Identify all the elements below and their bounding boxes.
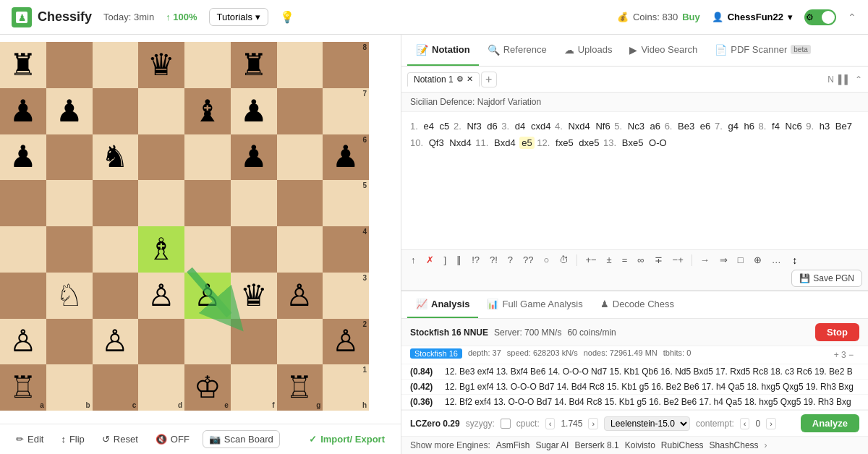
ann-blunder[interactable]: ?? <box>519 253 537 267</box>
square-c6[interactable]: ♞ <box>93 134 139 181</box>
square-g2[interactable] <box>277 319 323 365</box>
square-c2[interactable]: ♙ <box>93 319 139 365</box>
tutorials-button[interactable]: Tutorials ▾ <box>209 8 268 26</box>
square-e7[interactable]: ♝ <box>184 88 231 134</box>
move-bxd4[interactable]: Bxd4 <box>493 137 517 149</box>
square-f7[interactable]: ♟ <box>231 88 277 134</box>
move-dxe5[interactable]: dxe5 <box>577 137 600 149</box>
move-d6[interactable]: d6 <box>485 120 498 132</box>
square-f4[interactable] <box>231 226 277 273</box>
ann-clock[interactable]: ⏱ <box>556 253 572 267</box>
tab-notation[interactable]: 📝 Notation <box>407 35 479 66</box>
scan-board-button[interactable]: 📷 Scan Board <box>203 430 280 448</box>
plus-minus-control[interactable]: + 3 − <box>828 348 859 361</box>
square-a6[interactable]: ♟ <box>0 134 46 181</box>
square-d6[interactable] <box>138 134 184 181</box>
tab-full-game[interactable]: 📊 Full Game Analysis <box>478 291 591 318</box>
move-cxd4[interactable]: cxd4 <box>529 120 552 132</box>
square-f1[interactable]: f <box>231 364 277 411</box>
ann-mistake[interactable]: ? <box>504 253 516 267</box>
cpuct-decrease[interactable]: ‹ <box>545 418 556 429</box>
reset-button[interactable]: ↺ Reset <box>98 431 142 447</box>
square-b5[interactable] <box>46 180 93 226</box>
ann-interestingmove[interactable]: !? <box>468 253 483 267</box>
move-a6[interactable]: a6 <box>649 120 662 132</box>
move-be3[interactable]: Be3 <box>676 120 696 132</box>
ann-equal[interactable]: = <box>618 253 631 267</box>
move-d4[interactable]: d4 <box>514 120 527 132</box>
notation-expand-icon[interactable]: ⌃ <box>855 74 862 85</box>
save-pgn-button[interactable]: 💾 Save PGN <box>791 270 862 287</box>
ann-unclear[interactable]: ∞ <box>634 253 647 267</box>
square-h6[interactable]: ♟6 <box>323 134 369 181</box>
square-g7[interactable] <box>277 88 323 134</box>
ann-bracket[interactable]: ] <box>441 253 451 267</box>
square-a3[interactable] <box>0 273 46 319</box>
square-f2[interactable] <box>231 319 277 365</box>
ann-with[interactable]: → <box>697 253 713 267</box>
square-a8[interactable]: ♜ <box>0 42 46 88</box>
square-h2[interactable]: ♙2 <box>323 319 369 365</box>
engine-asmfish[interactable]: AsmFish <box>496 440 530 450</box>
square-a4[interactable] <box>0 226 46 273</box>
square-b8[interactable] <box>46 42 93 88</box>
theme-toggle[interactable]: ⚙ <box>804 9 836 25</box>
contempt-decrease[interactable]: ‹ <box>740 418 750 429</box>
import-export-button[interactable]: ✓ Import/ Export <box>305 431 389 447</box>
square-e5[interactable] <box>184 180 231 226</box>
notation-toggle[interactable]: ▌▌ <box>838 74 851 85</box>
square-f3[interactable]: ♛ <box>231 273 277 319</box>
square-a5[interactable] <box>0 180 46 226</box>
ann-blackadv[interactable]: ∓ <box>651 253 666 267</box>
move-fxe5[interactable]: fxe5 <box>554 137 575 149</box>
move-h6[interactable]: h6 <box>743 120 756 132</box>
ann-more[interactable]: … <box>768 253 785 267</box>
square-b1[interactable]: b <box>46 364 93 411</box>
square-e3[interactable]: ♙ <box>184 273 231 319</box>
square-h3[interactable]: 3 <box>323 273 369 319</box>
contempt-increase[interactable]: › <box>766 418 776 429</box>
square-c8[interactable] <box>93 42 139 88</box>
engine-shashchess[interactable]: ShashChess <box>710 440 759 450</box>
move-nf6[interactable]: Nf6 <box>594 120 611 132</box>
square-c3[interactable] <box>93 273 139 319</box>
ann-up[interactable]: ↑ <box>407 253 420 267</box>
move-qf3[interactable]: Qf3 <box>427 137 446 149</box>
square-g4[interactable] <box>277 226 323 273</box>
square-g3[interactable]: ♙ <box>277 273 323 319</box>
move-oo[interactable]: O-O <box>647 137 668 149</box>
square-c7[interactable] <box>93 88 139 134</box>
stop-button[interactable]: Stop <box>815 323 859 341</box>
square-d2[interactable] <box>138 319 184 365</box>
engine-sugar-ai[interactable]: Sugar AI <box>535 440 569 450</box>
square-e2[interactable] <box>184 319 231 365</box>
ann-advantage[interactable]: ± <box>603 253 616 267</box>
square-b6[interactable] <box>46 134 93 181</box>
notation-close-icon[interactable]: ✕ <box>467 74 473 84</box>
square-h4[interactable]: 4 <box>323 226 369 273</box>
square-d4[interactable]: ♗ <box>138 226 184 273</box>
move-nf3[interactable]: Nf3 <box>465 120 482 132</box>
ann-cross[interactable]: ✗ <box>422 253 438 267</box>
syzygy-checkbox[interactable] <box>501 419 511 429</box>
ann-pause[interactable]: ‖ <box>453 253 465 267</box>
move-nc6[interactable]: Nc6 <box>784 120 804 132</box>
square-a2[interactable]: ♙ <box>0 319 46 365</box>
move-g4[interactable]: g4 <box>726 120 739 132</box>
move-bxe5[interactable]: Bxe5 <box>621 137 645 149</box>
square-d8[interactable]: ♛ <box>138 42 184 88</box>
move-e4[interactable]: e4 <box>422 120 435 132</box>
square-d7[interactable] <box>138 88 184 134</box>
move-e5[interactable]: e5 <box>519 137 534 149</box>
cpuct-increase[interactable]: › <box>588 418 598 429</box>
square-h1[interactable]: 1h <box>323 364 369 411</box>
tab-uploads[interactable]: ☁ Uploads <box>556 35 621 66</box>
tab-pdf-scanner[interactable]: 📄 PDF Scanner beta <box>706 35 820 66</box>
square-g5[interactable] <box>277 180 323 226</box>
ann-zugzwang[interactable]: ⊕ <box>750 253 765 267</box>
edit-button[interactable]: ✏ Edit <box>12 431 48 447</box>
tab-analysis[interactable]: 📈 Analysis <box>407 291 478 318</box>
move-nxd4[interactable]: Nxd4 <box>448 137 472 149</box>
ann-circle[interactable]: ○ <box>540 253 553 267</box>
square-e1[interactable]: ♔e <box>184 364 231 411</box>
